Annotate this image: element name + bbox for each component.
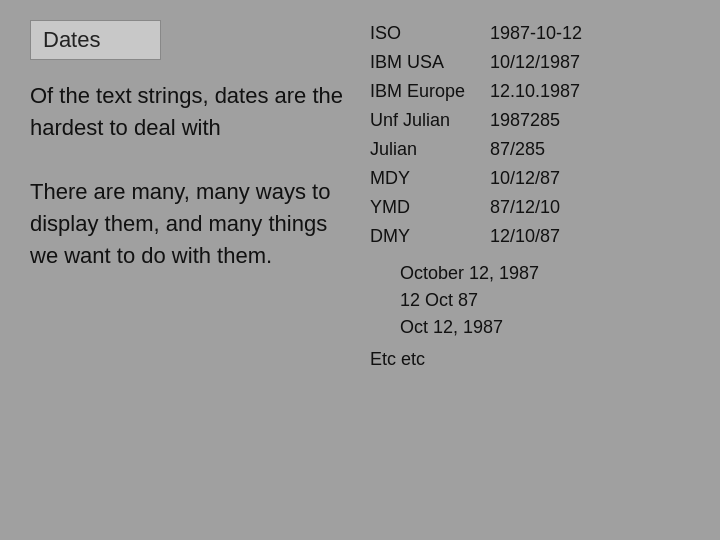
left-text-2: There are many, many ways to display the… [30, 176, 360, 272]
slide: Dates Of the text strings, dates are the… [0, 0, 720, 540]
title-box: Dates [30, 20, 161, 60]
format-name-7: DMY [370, 223, 490, 250]
format-name-6: YMD [370, 194, 490, 221]
format-value-1: 10/12/1987 [490, 49, 620, 76]
format-name-0: ISO [370, 20, 490, 47]
left-text-1: Of the text strings, dates are the harde… [30, 80, 360, 144]
format-name-5: MDY [370, 165, 490, 192]
format-value-0: 1987-10-12 [490, 20, 620, 47]
date-format-table: ISOIBM USAIBM EuropeUnf JulianJulianMDYY… [370, 20, 620, 250]
etc-block: Etc etc [370, 349, 620, 370]
format-name-3: Unf Julian [370, 107, 490, 134]
example-0: October 12, 1987 [400, 260, 620, 287]
right-column: ISOIBM USAIBM EuropeUnf JulianJulianMDYY… [370, 20, 620, 370]
title-label: Dates [43, 27, 100, 52]
example-2: Oct 12, 1987 [400, 314, 620, 341]
format-names-col: ISOIBM USAIBM EuropeUnf JulianJulianMDYY… [370, 20, 490, 250]
format-name-2: IBM Europe [370, 78, 490, 105]
format-name-1: IBM USA [370, 49, 490, 76]
examples-block: October 12, 198712 Oct 87Oct 12, 1987 [370, 260, 620, 341]
format-value-7: 12/10/87 [490, 223, 620, 250]
format-value-4: 87/285 [490, 136, 620, 163]
example-1: 12 Oct 87 [400, 287, 620, 314]
format-name-4: Julian [370, 136, 490, 163]
format-values-col: 1987-10-1210/12/198712.10.1987198728587/… [490, 20, 620, 250]
format-value-2: 12.10.1987 [490, 78, 620, 105]
format-value-3: 1987285 [490, 107, 620, 134]
format-value-5: 10/12/87 [490, 165, 620, 192]
format-value-6: 87/12/10 [490, 194, 620, 221]
left-column: Of the text strings, dates are the harde… [30, 80, 360, 303]
